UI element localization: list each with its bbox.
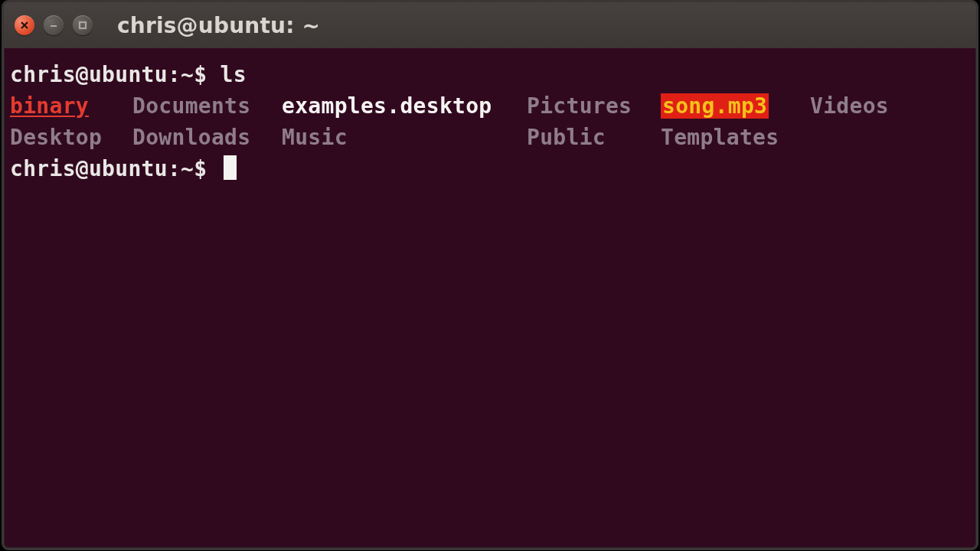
prompt-path: ~ [181,156,194,181]
dir-music: Music [282,122,527,153]
prompt-dollar: $ [194,62,207,87]
dir-public: Public [527,122,661,153]
dir-videos: Videos [810,90,970,122]
close-icon[interactable] [15,15,34,35]
window-title: chris@ubuntu: ~ [117,13,320,38]
minimize-icon[interactable] [44,15,64,35]
cursor [224,155,237,180]
file-song-mp3: song.mp3 [661,93,769,119]
dir-desktop: Desktop [10,122,132,153]
terminal-window: chris@ubuntu: ~ chris@ubuntu:~$ ls binar… [2,0,978,550]
ls-output: binary Documents examples.desktop Pictur… [10,90,970,153]
prompt-line-2: chris@ubuntu:~$ [10,153,970,184]
file-examples-desktop: examples.desktop [282,90,527,122]
svg-rect-0 [80,22,86,28]
prompt-dollar: $ [194,156,207,181]
prompt-user-host: chris@ubuntu [10,156,168,181]
prompt-colon: : [168,62,181,87]
dir-pictures: Pictures [527,90,661,122]
ls-empty-cell [810,122,970,153]
dir-templates: Templates [661,122,810,153]
terminal-body[interactable]: chris@ubuntu:~$ ls binary Documents exam… [4,48,976,184]
prompt-path: ~ [181,62,194,87]
prompt-user-host: chris@ubuntu [10,62,168,87]
dir-documents: Documents [132,90,282,122]
command-ls: ls [220,62,247,87]
titlebar[interactable]: chris@ubuntu: ~ [4,2,976,48]
file-binary: binary [10,90,132,122]
prompt-line-1: chris@ubuntu:~$ ls [10,59,970,90]
maximize-icon[interactable] [73,15,93,35]
prompt-colon: : [168,156,181,181]
dir-downloads: Downloads [132,122,282,153]
